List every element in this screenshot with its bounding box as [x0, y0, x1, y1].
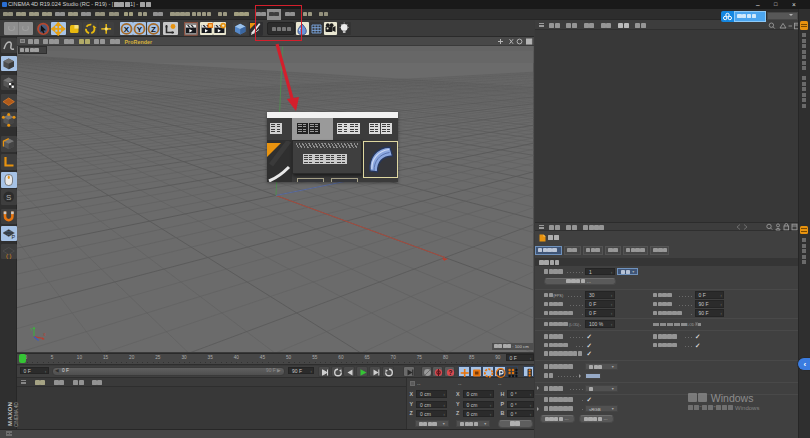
svg-text:X: X [43, 332, 46, 337]
svg-text:Y: Y [137, 24, 143, 33]
svg-text:( ): ( ) [6, 252, 11, 258]
svg-text:S: S [6, 193, 11, 202]
svg-text:Y: Y [30, 327, 33, 332]
svg-text:Z: Z [151, 24, 156, 33]
svg-text:P: P [11, 234, 15, 240]
svg-text:?: ? [448, 369, 452, 376]
svg-text:X: X [123, 24, 129, 33]
